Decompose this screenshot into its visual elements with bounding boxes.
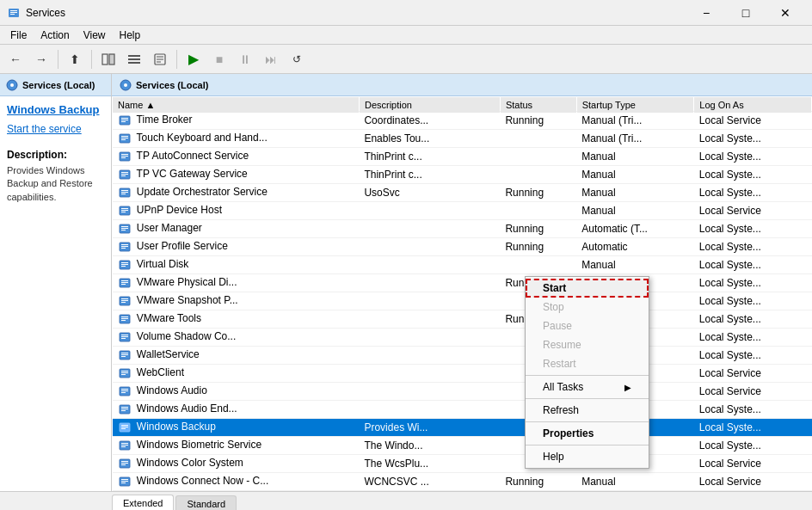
service-logon-cell: Local Syste... [694, 419, 812, 437]
tab-extended[interactable]: Extended [112, 495, 174, 510]
svg-rect-86 [121, 407, 128, 408]
svg-rect-59 [121, 282, 128, 283]
table-row[interactable]: TP AutoConnect Service ThinPrint c... Ma… [113, 148, 812, 166]
stop-service-button[interactable]: ■ [207, 47, 231, 71]
service-name-cell: Windows Audio [113, 383, 360, 401]
table-row[interactable]: Windows Audio End... Automatic Local Sys… [113, 401, 812, 419]
resume-service-button[interactable]: ⏭ [259, 47, 283, 71]
table-row[interactable]: Windows Backup Provides Wi... Automatic … [113, 419, 812, 437]
left-panel-content: Windows Backup Start the service Descrip… [0, 96, 111, 491]
restart-service-button[interactable]: ↺ [285, 47, 309, 71]
menu-action[interactable]: Action [34, 26, 76, 45]
menu-file[interactable]: File [3, 26, 34, 45]
back-button[interactable]: ← [3, 47, 28, 71]
table-row[interactable]: VMware Snapshot P... Manual Local Syste.… [113, 292, 812, 310]
svg-rect-67 [121, 318, 128, 319]
svg-rect-5 [109, 54, 114, 65]
toolbar: ← → ⬆ ▶ ■ ⏸ ⏭ ↺ [0, 45, 812, 74]
table-row[interactable]: Touch Keyboard and Hand... Enables Tou..… [113, 130, 812, 148]
context-menu-pause[interactable]: Pause [526, 316, 649, 335]
forward-button[interactable]: → [29, 47, 53, 71]
service-desc-cell: UsoSvc [359, 184, 500, 202]
context-menu-resume[interactable]: Resume [526, 335, 649, 354]
service-logon-cell: Local Service [694, 455, 812, 473]
context-menu-stop[interactable]: Stop [526, 298, 649, 316]
toolbar-btn-properties[interactable] [148, 47, 172, 71]
service-name-heading[interactable]: Windows Backup [7, 103, 104, 116]
context-menu-sep-4 [526, 445, 649, 445]
table-row[interactable]: Windows Color System The WcsPlu... Manua… [113, 455, 812, 473]
col-startup[interactable]: Startup Type [576, 96, 694, 113]
table-row[interactable]: Virtual Disk Manual Local Syste... [113, 256, 812, 274]
svg-rect-22 [121, 118, 128, 119]
svg-rect-1 [10, 10, 17, 11]
col-logon[interactable]: Log On As [694, 96, 812, 113]
context-menu-refresh[interactable]: Refresh [526, 401, 649, 420]
table-row[interactable]: VMware Tools Running Automatic Local Sys… [113, 310, 812, 329]
toolbar-btn-list[interactable] [122, 47, 146, 71]
col-status[interactable]: Status [500, 96, 576, 113]
service-desc-cell [359, 401, 500, 419]
svg-rect-56 [121, 266, 126, 267]
services-local-icon [5, 78, 19, 92]
context-menu-start[interactable]: Start [526, 279, 649, 298]
svg-rect-103 [121, 481, 128, 482]
table-row[interactable]: UPnP Device Host Manual Local Service [113, 202, 812, 220]
service-status-cell: Running [500, 238, 576, 256]
start-service-link[interactable]: Start the service [7, 123, 104, 135]
table-row[interactable]: User Profile Service Running Automatic L… [113, 238, 812, 256]
context-menu-help[interactable]: Help [526, 447, 649, 466]
service-name-cell: User Profile Service [113, 238, 360, 256]
svg-rect-28 [121, 139, 126, 140]
menu-help[interactable]: Help [113, 26, 148, 45]
service-startup-cell: Manual [576, 184, 694, 202]
table-row[interactable]: Windows Connect Now - C... WCNCSVC ... R… [113, 473, 812, 491]
main-area: Services (Local) Windows Backup Start th… [0, 74, 812, 491]
table-row[interactable]: Update Orchestrator Service UsoSvc Runni… [113, 184, 812, 202]
close-button[interactable]: ✕ [766, 0, 805, 26]
table-row[interactable]: Windows Audio Automatic Local Service [113, 383, 812, 401]
col-description[interactable]: Description [359, 96, 500, 113]
col-name[interactable]: Name ▲ [113, 96, 360, 113]
svg-rect-83 [121, 390, 128, 391]
service-row-icon [118, 421, 132, 434]
show-hide-button[interactable] [96, 47, 120, 71]
menu-view[interactable]: View [77, 26, 113, 45]
svg-rect-84 [121, 392, 126, 393]
context-menu-all-tasks[interactable]: All Tasks ▶ [526, 378, 649, 396]
description-heading: Description: [7, 149, 104, 161]
pause-service-button[interactable]: ⏸ [233, 47, 257, 71]
context-menu-restart[interactable]: Restart [526, 354, 649, 373]
toolbar-sep-1 [58, 50, 58, 69]
service-name-cell: VMware Snapshot P... [113, 292, 360, 310]
table-row[interactable]: TP VC Gateway Service ThinPrint c... Man… [113, 166, 812, 184]
svg-rect-71 [121, 336, 128, 337]
table-row[interactable]: User Manager Running Automatic (T... Loc… [113, 220, 812, 238]
svg-rect-26 [121, 136, 128, 137]
svg-rect-36 [121, 175, 126, 176]
table-row[interactable]: WalletService Manual (Tri... Local Syste… [113, 347, 812, 365]
maximize-button[interactable]: □ [726, 0, 766, 26]
table-row[interactable]: Volume Shadow Co... Manual Local Syste..… [113, 329, 812, 347]
service-name-cell: Time Broker [113, 112, 360, 130]
service-name-cell: VMware Tools [113, 310, 360, 329]
services-table-container[interactable]: Name ▲ Description Status Startup Type L… [112, 96, 812, 491]
table-row[interactable]: WebClient Manual (Tri... Local Service [113, 365, 812, 383]
left-panel-title: Services (Local) [22, 80, 95, 90]
table-row[interactable]: Windows Biometric Service The Windo... M… [113, 437, 812, 455]
service-name-cell: Windows Audio End... [113, 401, 360, 419]
minimize-button[interactable]: − [686, 0, 726, 26]
service-desc-cell [359, 238, 500, 256]
table-row[interactable]: Time Broker Coordinates... Running Manua… [113, 112, 812, 130]
up-button[interactable]: ⬆ [63, 47, 87, 71]
context-menu-properties[interactable]: Properties [526, 424, 649, 443]
service-status-cell: Running [500, 184, 576, 202]
properties-icon [153, 52, 167, 66]
table-row[interactable]: VMware Physical Di... Running Manual Loc… [113, 274, 812, 292]
service-row-icon [118, 240, 132, 254]
start-service-button[interactable]: ▶ [181, 47, 206, 71]
tab-standard[interactable]: Standard [175, 495, 237, 510]
service-desc-cell: Provides Wi... [359, 419, 500, 437]
service-desc-cell: The Windo... [359, 437, 500, 455]
svg-rect-60 [121, 284, 126, 285]
